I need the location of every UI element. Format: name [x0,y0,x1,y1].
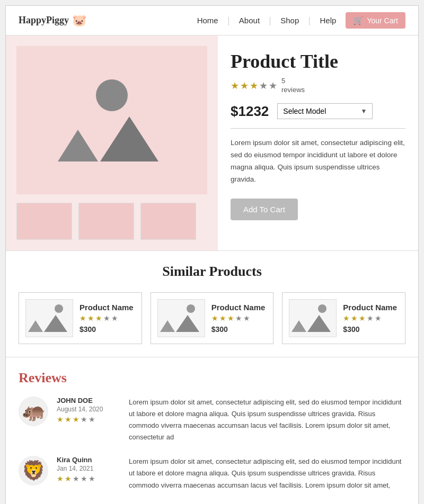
sim-price-2: $300 [211,325,267,334]
sim-circle-2 [187,304,195,313]
chevron-down-icon: ▼ [360,107,367,115]
nav-shop[interactable]: Shop [271,16,308,25]
logo-text: HappyPiggy [19,15,69,26]
thumbnail-2[interactable] [78,203,134,240]
avatar-1: 🦛 [19,397,48,426]
review-text-2: Lorem ipsum dolor sit amet, consectetur … [129,456,405,491]
nav-about[interactable]: About [229,16,269,25]
price-model-row: $1232 Select Model ▼ [231,103,405,129]
similar-products-section: Similar Products Product Name ★ [6,251,418,357]
review-text-1: Lorem ipsum dolor sit amet, consectetur … [129,397,405,443]
add-to-cart-button[interactable]: Add To Cart [231,199,298,220]
sim-stars-1: ★ ★ ★ ★ ★ [80,314,135,323]
sim-large-tri-1 [44,315,67,332]
star-5: ★ [269,80,277,92]
review-item-2: 🦁 Kira Quinn Jan 14, 2021 ★ ★ ★ ★ ★ Lore… [19,456,405,491]
main-nav: Home | About | Shop | Help 🛒 Your Cart [188,12,405,29]
star-1: ★ [231,80,239,92]
sun-circle [96,79,128,111]
header: HappyPiggy 🐷 Home | About | Shop | Help … [6,6,418,35]
similar-info-3: Product Name ★ ★ ★ ★ ★ $300 [343,303,399,334]
sim-landscape-1 [31,304,67,332]
sim-stars-2: ★ ★ ★ ★ ★ [211,314,267,323]
sim-name-3: Product Name [343,303,399,312]
similar-products-grid: Product Name ★ ★ ★ ★ ★ $300 [19,292,405,344]
reviewer-date-2: Jan 14, 2021 [57,465,120,472]
star-2: ★ [240,80,249,92]
large-triangle [100,116,158,161]
sim-small-tri-3 [292,320,306,332]
logo[interactable]: HappyPiggy 🐷 [19,14,86,28]
similar-info-2: Product Name ★ ★ ★ ★ ★ $300 [211,303,267,334]
avatar-emoji-1: 🦛 [22,400,46,422]
product-detail: Product Title ★ ★ ★ ★ ★ 5 reviews $1232 … [218,35,418,250]
similar-product-1[interactable]: Product Name ★ ★ ★ ★ ★ $300 [19,292,142,344]
sim-large-tri-2 [176,315,199,332]
avatar-emoji-2: 🦁 [22,460,46,482]
reviewer-info-1: JOHN DOE August 14, 2020 ★ ★ ★ ★ ★ [57,397,120,443]
main-product-image [16,46,207,194]
sim-triangles-1 [31,315,67,332]
cart-label: Your Cart [367,16,398,25]
reviewer-stars-2: ★ ★ ★ ★ ★ [57,474,120,483]
sim-circle-1 [55,304,63,313]
star-4: ★ [259,80,268,92]
sim-triangles-2 [163,315,199,332]
similar-image-3 [289,299,337,337]
model-select-label: Select Model [283,107,326,115]
model-select[interactable]: Select Model ▼ [277,103,373,119]
reviewer-name-1: JOHN DOE [57,397,120,404]
product-title: Product Title [231,50,405,73]
rating-row: ★ ★ ★ ★ ★ 5 reviews [231,77,405,95]
similar-product-3[interactable]: Product Name ★ ★ ★ ★ ★ $300 [282,292,405,344]
sim-small-tri-2 [160,320,175,332]
reviewer-date-1: August 14, 2020 [57,406,120,413]
avatar-2: 🦁 [19,456,48,485]
cart-button[interactable]: 🛒 Your Cart [346,12,405,29]
similar-products-title: Similar Products [19,264,405,280]
review-item-1: 🦛 JOHN DOE August 14, 2020 ★ ★ ★ ★ ★ Lor… [19,397,405,443]
thumbnail-row [16,203,207,240]
nav-help[interactable]: Help [311,16,346,25]
sim-circle-3 [318,304,326,313]
similar-image-1 [25,299,73,337]
reviewer-name-2: Kira Quinn [57,456,120,464]
similar-image-2 [157,299,205,337]
product-price: $1232 [231,103,269,120]
reviewer-info-2: Kira Quinn Jan 14, 2021 ★ ★ ★ ★ ★ [57,456,120,491]
star-rating: ★ ★ ★ ★ ★ [231,80,277,92]
review-count: 5 reviews [281,77,305,95]
sim-name-2: Product Name [211,303,267,312]
sim-price-1: $300 [80,325,135,334]
sim-landscape-2 [163,304,199,332]
thumbnail-1[interactable] [16,203,72,240]
landscape-illustration [66,79,158,161]
reviews-section: Reviews 🦛 JOHN DOE August 14, 2020 ★ ★ ★… [6,357,418,504]
nav-home[interactable]: Home [188,16,228,25]
sim-large-tri-3 [307,315,331,332]
similar-info-1: Product Name ★ ★ ★ ★ ★ $300 [80,303,135,334]
product-section: Product Title ★ ★ ★ ★ ★ 5 reviews $1232 … [6,35,418,251]
product-images [6,35,218,250]
sim-stars-3: ★ ★ ★ ★ ★ [343,314,399,323]
sim-landscape-3 [295,304,331,332]
mountain-triangles [66,116,158,161]
sim-name-1: Product Name [80,303,135,312]
reviewer-stars-1: ★ ★ ★ ★ ★ [57,415,120,424]
sim-triangles-3 [295,315,331,332]
page-wrapper: HappyPiggy 🐷 Home | About | Shop | Help … [5,5,419,504]
small-triangle [58,130,98,161]
reviews-section-title: Reviews [19,370,405,386]
sim-price-3: $300 [343,325,399,334]
logo-pig-icon: 🐷 [72,14,86,28]
star-3: ★ [250,80,258,92]
sim-small-tri-1 [28,320,43,332]
thumbnail-3[interactable] [140,203,196,240]
cart-icon: 🛒 [353,15,364,25]
product-description: Lorem ipsum dolor sit amet, consectetur … [231,137,405,186]
similar-product-2[interactable]: Product Name ★ ★ ★ ★ ★ $300 [151,292,274,344]
